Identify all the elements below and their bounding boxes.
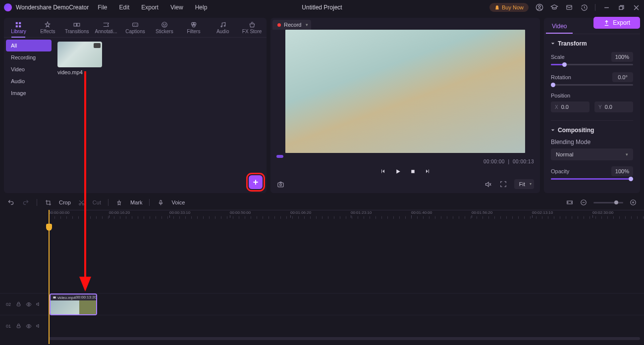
tab-library[interactable]: Library [11,18,26,37]
menu-file[interactable]: File [98,4,107,11]
position-y-input[interactable]: Y0.0 [594,101,633,112]
svg-point-13 [165,24,165,24]
timeline-track-1: 01 [0,315,644,337]
preview-panel: Record ▾ 00:00:00 | 00:00:13 [270,18,540,193]
progress-thumb[interactable] [276,155,283,158]
video-preview[interactable] [285,30,525,153]
tab-captions[interactable]: Captions [125,18,145,37]
ruler-tick: 00:00:50:00 [230,210,251,215]
cut-button[interactable] [78,198,86,206]
add-media-button[interactable]: + [249,175,263,189]
position-label: Position [551,93,570,99]
svg-rect-4 [16,22,18,24]
record-button[interactable]: Record ▾ [272,20,311,30]
playhead[interactable] [49,210,50,344]
next-frame-button[interactable] [424,167,431,175]
lock-icon[interactable] [16,323,22,329]
tab-transitions[interactable]: Transitions [65,18,89,37]
timeline-track-2: 02 video.mp4 00:00:13:20 [0,293,644,315]
ruler-tick: 00:00:00:00 [49,210,69,215]
opacity-slider[interactable] [551,178,633,180]
menu-help[interactable]: Help [195,4,208,11]
svg-marker-34 [79,277,91,292]
tab-audio[interactable]: Audio [216,18,229,37]
svg-rect-7 [19,25,21,27]
section-compositing[interactable]: Compositing [551,127,633,134]
buy-now-button[interactable]: Buy Now [489,3,529,12]
ruler-tick: 00:01:06:20 [290,210,311,215]
timeline-scrollbar[interactable] [49,337,640,340]
buy-now-label: Buy Now [502,4,524,10]
zoom-out-button[interactable] [580,198,588,206]
visibility-icon[interactable] [26,301,32,307]
sidebar-item-recording[interactable]: Recording [6,51,52,63]
crop-button[interactable] [44,198,52,206]
blending-mode-select[interactable]: Normal ▾ [551,148,633,160]
mute-icon[interactable] [36,323,42,329]
message-icon[interactable] [565,3,573,11]
sidebar-item-all[interactable]: All [6,40,52,51]
position-x-input[interactable]: X0.0 [551,101,590,112]
ruler-tick: 00:01:23:10 [351,210,372,215]
svg-rect-28 [17,304,20,306]
playhead-handle[interactable] [46,224,52,231]
menu-view[interactable]: View [170,4,183,11]
snapshot-button[interactable] [276,180,284,188]
menu-export[interactable]: Export [141,4,159,11]
svg-point-29 [28,303,30,305]
zoom-in-button[interactable] [629,198,637,206]
svg-rect-9 [77,23,80,26]
play-button[interactable] [394,167,402,175]
tab-fxstore[interactable]: FX Store [242,18,262,37]
prev-frame-button[interactable] [379,167,387,175]
education-icon[interactable] [550,3,558,11]
clip-thumbnail [57,42,102,67]
account-icon[interactable] [536,3,543,11]
project-title: Untitled Project [302,4,342,11]
window-maximize-icon[interactable] [617,3,625,11]
opacity-value[interactable]: 100% [611,166,633,176]
mute-icon[interactable] [36,301,42,307]
volume-button[interactable] [484,180,492,188]
zoom-fit-select[interactable]: Fit ▾ [514,179,534,189]
media-clip[interactable]: video.mp4 [57,42,102,75]
sidebar-item-video[interactable]: Video [6,63,52,75]
sidebar-item-image[interactable]: Image [6,87,52,99]
history-icon[interactable] [580,3,588,11]
tab-annotations[interactable]: Annotati... [95,18,117,37]
fullscreen-button[interactable] [499,180,507,188]
tab-effects[interactable]: Effects [40,18,55,37]
ruler-tick: 00:02:30:00 [592,210,613,215]
rotation-value[interactable]: 0.0° [612,72,633,82]
app-logo-icon [4,3,12,11]
window-close-icon[interactable] [632,3,640,11]
ruler-tick: 00:01:40:00 [411,210,432,215]
mark-button[interactable] [115,198,123,206]
export-button[interactable]: Export [593,17,640,29]
menu-edit[interactable]: Edit [119,4,130,11]
preview-progress[interactable] [274,155,536,158]
sidebar-item-audio[interactable]: Audio [6,75,52,87]
tab-filters[interactable]: Filters [187,18,200,37]
fit-timeline-button[interactable] [566,198,574,206]
undo-button[interactable] [7,198,15,206]
window-minimize-icon[interactable] [602,3,610,11]
caret-down-icon [551,128,555,132]
lock-icon[interactable] [16,301,22,307]
tab-stickers[interactable]: Stickers [156,18,173,37]
zoom-slider[interactable] [593,202,623,203]
redo-button[interactable] [22,198,30,206]
track-number: 02 [6,302,12,307]
visibility-icon[interactable] [26,323,32,329]
scale-slider[interactable] [551,64,633,65]
rotation-slider[interactable] [551,84,633,86]
voice-button[interactable] [157,198,164,206]
timeline-ruler[interactable]: 00:00:00:0000:00:16:2000:00:33:1000:00:5… [49,210,644,219]
scale-value[interactable]: 100% [611,52,633,62]
section-transform[interactable]: Transform [551,40,633,47]
clip-type-icon [94,43,101,48]
voice-label: Voice [171,199,185,205]
timeline-clip-duration: 00:00:13:20 [76,295,97,300]
timeline-clip[interactable]: video.mp4 00:00:13:20 [50,294,97,315]
stop-button[interactable] [409,167,417,175]
